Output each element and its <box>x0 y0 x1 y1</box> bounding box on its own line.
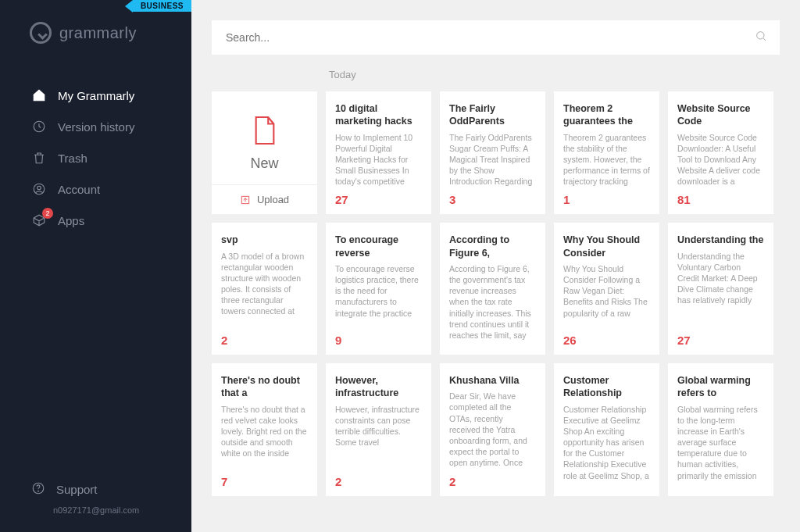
doc-preview: Website Source Code Downloader: A Useful… <box>677 132 764 187</box>
main-content: Today New Upload 10 digital marketing ha… <box>191 0 800 532</box>
document-card[interactable]: svp A 3D model of a brown rectangular wo… <box>212 223 317 355</box>
history-icon <box>31 119 47 134</box>
document-card[interactable]: The Fairly OddParents The Fairly OddPare… <box>440 91 545 214</box>
document-card[interactable]: Global warming refers to Global warming … <box>668 363 773 495</box>
document-card[interactable]: Customer Relationship Customer Relations… <box>554 363 659 495</box>
user-email: n0927171@gmail.com <box>31 505 191 515</box>
doc-title: Global warming refers to <box>677 374 764 400</box>
upload-button[interactable]: Upload <box>212 184 317 214</box>
doc-title: Understanding the <box>677 234 764 246</box>
doc-preview: Theorem 2 guarantees the stability of th… <box>563 132 650 187</box>
doc-title: The Fairly OddParents <box>449 102 536 128</box>
doc-title: Customer Relationship <box>563 374 650 400</box>
doc-issue-count: 1 <box>563 193 650 206</box>
doc-preview: How to Implement 10 Powerful Digital Mar… <box>335 132 422 187</box>
doc-title: However, infrastructure <box>335 374 422 400</box>
doc-preview: To encourage reverse logistics practice,… <box>335 263 422 327</box>
doc-issue-count: 9 <box>335 334 422 347</box>
nav-trash[interactable]: Trash <box>0 142 191 173</box>
trash-icon <box>31 150 47 166</box>
document-card[interactable]: 10 digital marketing hacks How to Implem… <box>326 91 431 214</box>
doc-title: 10 digital marketing hacks <box>335 102 422 128</box>
nav-label: My Grammarly <box>58 89 134 102</box>
doc-title: Theorem 2 guarantees the <box>563 102 650 128</box>
new-document-icon <box>252 115 278 149</box>
new-document-card[interactable]: New Upload <box>212 91 317 214</box>
nav-version-history[interactable]: Version history <box>0 111 191 142</box>
doc-issue-count: 2 <box>221 334 308 347</box>
nav-my-grammarly[interactable]: My Grammarly <box>0 80 191 111</box>
nav-account[interactable]: Account <box>0 173 191 205</box>
nav-label: Trash <box>58 152 88 165</box>
support-link[interactable]: Support <box>31 481 191 498</box>
doc-preview: Why You Should Consider Following a Raw … <box>563 263 650 327</box>
home-icon <box>31 87 47 103</box>
doc-title: Why You Should Consider <box>563 234 650 259</box>
doc-issue-count: 81 <box>677 193 764 206</box>
doc-title: Khushana Villa <box>449 374 536 387</box>
new-label: New <box>250 155 278 172</box>
support-label: Support <box>56 483 98 496</box>
upload-label: Upload <box>257 194 289 205</box>
document-card[interactable]: Website Source Code Website Source Code … <box>668 91 773 214</box>
doc-preview: The Fairly OddParents Sugar Cream Puffs:… <box>449 132 536 187</box>
doc-issue-count: 3 <box>449 193 536 206</box>
document-card[interactable]: To encourage reverse To encourage revers… <box>326 223 431 355</box>
doc-title: svp <box>221 234 308 246</box>
apps-icon <box>31 212 47 228</box>
doc-preview: Global warming refers to the long-term i… <box>677 404 764 482</box>
doc-preview: A 3D model of a brown rectangular wooden… <box>221 251 308 327</box>
nav-label: Version history <box>58 120 134 134</box>
nav-label: Apps <box>58 214 84 227</box>
document-card[interactable]: Khushana Villa Dear Sir, We have complet… <box>440 363 545 495</box>
section-heading: Today <box>329 69 780 80</box>
document-card[interactable]: Understanding the Understanding the Volu… <box>668 223 773 355</box>
document-card[interactable]: Theorem 2 guarantees the Theorem 2 guara… <box>554 91 659 214</box>
doc-issue-count: 2 <box>449 475 536 488</box>
svg-point-5 <box>757 32 764 39</box>
doc-issue-count: 26 <box>563 334 650 347</box>
business-badge: BUSINESS <box>133 0 191 12</box>
doc-issue-count: 27 <box>677 334 764 347</box>
doc-preview: Customer Relationship Executive at Geeli… <box>563 404 650 482</box>
brand-name: grammarly <box>59 24 137 42</box>
doc-preview: However, infrastructure constraints can … <box>335 404 422 469</box>
svg-point-2 <box>38 186 41 190</box>
doc-title: There's no doubt that a <box>221 374 308 400</box>
primary-nav: My Grammarly Version history Trash Accou… <box>0 80 191 236</box>
document-card[interactable]: There's no doubt that a There's no doubt… <box>212 363 317 495</box>
nav-label: Account <box>58 183 100 196</box>
document-card[interactable]: Why You Should Consider Why You Should C… <box>554 223 659 355</box>
document-card[interactable]: According to Figure 6, According to Figu… <box>440 223 545 355</box>
grammarly-logo-icon <box>30 22 52 44</box>
documents-grid: New Upload 10 digital marketing hacks Ho… <box>212 91 780 496</box>
doc-issue-count: 27 <box>335 193 422 206</box>
doc-title: Website Source Code <box>677 102 764 128</box>
help-icon <box>31 481 45 498</box>
doc-issue-count: 2 <box>335 475 422 488</box>
sidebar: BUSINESS grammarly My Grammarly Version … <box>0 0 191 532</box>
sidebar-footer: Support n0927171@gmail.com <box>0 481 191 532</box>
svg-point-4 <box>38 491 39 491</box>
doc-preview: Understanding the Voluntary Carbon Credi… <box>677 251 764 327</box>
nav-apps[interactable]: Apps <box>0 205 191 236</box>
account-icon <box>31 181 47 197</box>
doc-title: To encourage reverse <box>335 234 422 259</box>
doc-issue-count: 7 <box>221 475 308 488</box>
document-card[interactable]: However, infrastructure However, infrast… <box>326 363 431 495</box>
search-wrap <box>212 20 780 55</box>
search-icon[interactable] <box>755 30 767 45</box>
doc-title: According to Figure 6, <box>449 234 536 259</box>
doc-preview: According to Figure 6, the government's … <box>449 263 536 341</box>
doc-preview: There's no doubt that a red velvet cake … <box>221 404 308 469</box>
doc-preview: Dear Sir, We have completed all the OTAs… <box>449 391 536 468</box>
search-input[interactable] <box>212 20 780 55</box>
